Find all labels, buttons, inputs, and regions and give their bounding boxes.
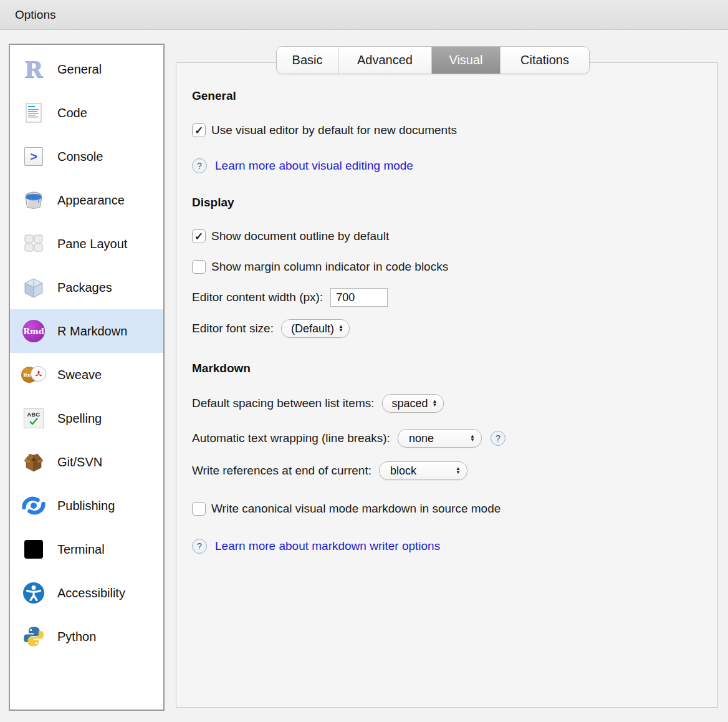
rmarkdown-badge-icon: Rmd: [21, 319, 46, 344]
references-value: block: [390, 464, 416, 478]
use-visual-editor-checkbox[interactable]: [192, 123, 206, 137]
text-wrapping-select[interactable]: none ▲▼: [398, 429, 482, 448]
sidebar-item-spelling[interactable]: ABC Spelling: [10, 397, 163, 440]
window-title-bar: Options: [0, 0, 728, 30]
abc-check-icon: ABC: [21, 406, 46, 431]
canonical-markdown-label: Write canonical visual mode markdown in …: [211, 502, 501, 516]
text-wrapping-help-icon[interactable]: ?: [491, 431, 505, 446]
sidebar-item-general[interactable]: R General: [10, 47, 163, 91]
editor-font-size-row: Editor font size: (Default) ▲▼: [192, 319, 717, 338]
show-outline-row: Show document outline by default: [192, 229, 717, 243]
sidebar-item-git-svn[interactable]: Git/SVN: [10, 440, 163, 484]
sidebar-item-accessibility[interactable]: Accessibility: [10, 571, 163, 615]
use-visual-editor-label: Use visual editor by default for new doc…: [211, 123, 457, 137]
list-spacing-label: Default spacing between list items:: [192, 397, 375, 410]
sidebar-item-label: Git/SVN: [57, 455, 102, 469]
tab-visual[interactable]: Visual: [431, 47, 500, 74]
sidebar-item-appearance[interactable]: Appearance: [10, 178, 163, 222]
sidebar-item-console[interactable]: > Console: [10, 135, 163, 178]
help-icon[interactable]: ?: [192, 158, 207, 173]
select-arrows-icon: ▲▼: [433, 400, 438, 407]
editor-font-size-value: (Default): [291, 322, 334, 335]
sidebar-item-label: Console: [57, 150, 103, 164]
editor-width-label: Editor content width (px):: [192, 291, 323, 304]
tab-basic[interactable]: Basic: [277, 47, 338, 74]
text-wrapping-value: none: [409, 432, 434, 445]
select-arrows-icon: ▲▼: [470, 435, 475, 442]
sidebar-item-code[interactable]: Code: [10, 91, 163, 135]
console-prompt-icon: >: [21, 144, 46, 169]
show-margin-row: Show margin column indicator in code blo…: [192, 260, 717, 274]
sidebar-item-label: Pane Layout: [57, 237, 127, 251]
show-margin-checkbox[interactable]: [192, 260, 206, 274]
publish-swirl-icon: [21, 493, 46, 518]
tab-citations[interactable]: Citations: [500, 47, 589, 74]
show-outline-checkbox[interactable]: [192, 229, 206, 243]
learn-more-markdown-writer-link[interactable]: Learn more about markdown writer options: [215, 539, 440, 553]
sidebar-item-label: Code: [57, 106, 87, 120]
select-arrows-icon: ▲▼: [456, 467, 461, 474]
sidebar-item-python[interactable]: Python: [10, 615, 163, 658]
references-label: Write references at end of current:: [192, 464, 371, 478]
accessibility-person-icon: [21, 580, 46, 605]
sidebar-item-terminal[interactable]: Terminal: [10, 527, 163, 571]
markdown-writer-help-row: ? Learn more about markdown writer optio…: [192, 539, 717, 554]
sidebar-item-publishing[interactable]: Publishing: [10, 484, 163, 527]
sweave-pdf-icon: Rnw: [21, 362, 46, 387]
sidebar-item-label: Sweave: [57, 368, 102, 382]
use-visual-editor-row: Use visual editor by default for new doc…: [192, 123, 717, 137]
sidebar-item-pane-layout[interactable]: Pane Layout: [10, 222, 163, 266]
canonical-markdown-row: Write canonical visual mode markdown in …: [192, 502, 717, 516]
paint-bucket-icon: [21, 188, 46, 213]
canonical-markdown-checkbox[interactable]: [192, 502, 206, 516]
references-row: Write references at end of current: bloc…: [192, 461, 717, 480]
text-wrapping-label: Automatic text wrapping (line breaks):: [192, 431, 390, 445]
options-category-sidebar: R General Code > Console: [9, 44, 165, 711]
list-spacing-row: Default spacing between list items: spac…: [192, 394, 717, 413]
editor-font-size-label: Editor font size:: [192, 322, 274, 335]
settings-tab-bar: Basic Advanced Visual Citations: [276, 46, 590, 74]
section-heading-general: General: [192, 89, 717, 103]
sidebar-item-label: Packages: [57, 281, 112, 295]
list-spacing-select[interactable]: spaced ▲▼: [382, 394, 444, 413]
sidebar-item-packages[interactable]: Packages: [10, 266, 163, 309]
editor-font-size-select[interactable]: (Default) ▲▼: [281, 319, 350, 338]
r-markdown-settings-panel: Basic Advanced Visual Citations General …: [176, 62, 718, 708]
references-select[interactable]: block ▲▼: [379, 461, 467, 480]
help-icon[interactable]: ?: [192, 539, 207, 554]
cardboard-box-icon: [21, 450, 46, 474]
section-heading-display: Display: [192, 196, 717, 209]
sidebar-item-label: Publishing: [57, 499, 115, 513]
sidebar-item-label: General: [57, 62, 102, 77]
editor-width-input[interactable]: [330, 288, 388, 307]
text-wrapping-row: Automatic text wrapping (line breaks): n…: [192, 429, 717, 448]
sidebar-item-label: Terminal: [57, 542, 105, 557]
sidebar-item-label: Python: [57, 630, 96, 644]
section-heading-markdown: Markdown: [192, 362, 717, 375]
learn-more-visual-editing-link[interactable]: Learn more about visual editing mode: [215, 159, 413, 173]
list-spacing-value: spaced: [392, 397, 428, 410]
tab-advanced[interactable]: Advanced: [338, 47, 431, 74]
sidebar-item-label: Appearance: [57, 193, 125, 208]
sidebar-item-sweave[interactable]: Rnw Sweave: [10, 353, 163, 397]
r-logo-icon: R: [21, 57, 46, 82]
python-logo-icon: [21, 624, 46, 649]
show-outline-label: Show document outline by default: [211, 229, 389, 243]
sidebar-item-label: R Markdown: [57, 324, 127, 339]
sidebar-item-label: Spelling: [57, 412, 102, 426]
code-document-icon: [21, 100, 46, 125]
sidebar-item-r-markdown[interactable]: Rmd R Markdown: [10, 309, 163, 353]
sidebar-item-label: Accessibility: [57, 586, 125, 600]
window-title: Options: [15, 8, 55, 22]
package-cube-icon: [21, 275, 46, 300]
editor-width-row: Editor content width (px):: [192, 288, 717, 307]
pane-grid-icon: [21, 231, 46, 256]
select-arrows-icon: ▲▼: [338, 325, 343, 332]
visual-editing-help-row: ? Learn more about visual editing mode: [192, 158, 717, 173]
terminal-icon: [21, 537, 46, 562]
show-margin-label: Show margin column indicator in code blo…: [211, 260, 448, 274]
